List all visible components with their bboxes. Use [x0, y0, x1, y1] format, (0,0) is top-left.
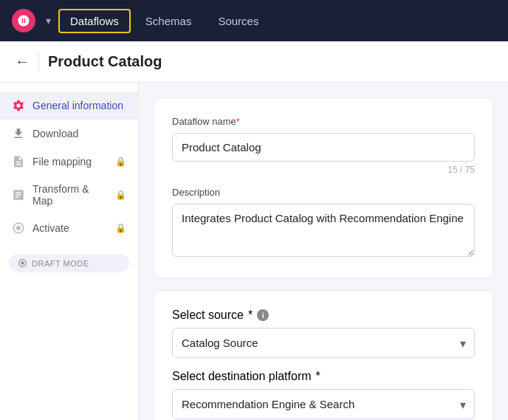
lock-icon: 🔒 — [115, 223, 126, 233]
source-label-row: Select source* i — [172, 309, 475, 322]
activate-icon — [12, 221, 25, 235]
draft-mode-label: DRAFT MODE — [32, 259, 89, 268]
nav-item-schemas[interactable]: Schemas — [134, 9, 204, 33]
logo-dropdown[interactable]: ▾ — [41, 12, 55, 30]
page-title: Product Catalog — [48, 53, 162, 70]
sidebar-item-label: Download — [32, 128, 78, 140]
description-input[interactable]: Integrates Product Catalog with Recommen… — [172, 204, 475, 257]
logo — [12, 9, 35, 32]
nav-item-sources[interactable]: Sources — [206, 9, 270, 33]
destination-field: Select destination platform* Recommendat… — [172, 370, 475, 419]
lock-icon: 🔒 — [115, 190, 126, 200]
draft-mode-badge: DRAFT MODE — [9, 254, 129, 272]
char-count: 15 / 75 — [172, 165, 475, 175]
dataflow-name-field: Dataflow name* 15 / 75 — [172, 116, 475, 175]
sidebar-item-label: General information — [32, 100, 123, 111]
sidebar: General information Download File mappin… — [0, 83, 139, 420]
description-field: Description Integrates Product Catalog w… — [172, 187, 475, 260]
back-button[interactable]: ← — [15, 53, 30, 70]
destination-label-row: Select destination platform* — [172, 370, 475, 383]
sidebar-item-activate[interactable]: Activate 🔒 — [0, 214, 138, 242]
sidebar-item-download[interactable]: Download — [0, 120, 138, 148]
required-marker: * — [236, 116, 240, 127]
lock-icon: 🔒 — [115, 156, 126, 167]
destination-select[interactable]: Recommendation Engine & Search — [172, 389, 475, 419]
sidebar-item-general-information[interactable]: General information — [0, 92, 138, 120]
sidebar-item-file-mapping[interactable]: File mapping 🔒 — [0, 148, 138, 176]
svg-point-1 — [16, 226, 21, 230]
transform-icon — [12, 188, 25, 202]
destination-select-wrapper: Recommendation Engine & Search ▾ — [172, 389, 475, 419]
sidebar-item-label: Activate — [32, 222, 69, 234]
source-select[interactable]: Catalog Source — [172, 328, 475, 358]
gear-icon — [12, 99, 25, 112]
source-select-wrapper: Catalog Source ▾ — [172, 328, 475, 358]
required-marker: * — [248, 309, 253, 322]
header-divider — [38, 52, 39, 72]
back-icon: ← — [15, 53, 30, 70]
dataflow-name-label: Dataflow name* — [172, 116, 475, 127]
dropdown-arrow-icon: ▾ — [46, 15, 51, 27]
main-content: Dataflow name* 15 / 75 Description Integ… — [139, 83, 508, 420]
sidebar-item-label: File mapping — [32, 156, 92, 168]
required-marker2: * — [316, 370, 320, 383]
info-icon[interactable]: i — [257, 309, 269, 321]
sub-header: ← Product Catalog — [0, 41, 508, 83]
general-info-card: Dataflow name* 15 / 75 Description Integ… — [154, 97, 493, 278]
description-label: Description — [172, 187, 475, 198]
source-field: Select source* i Catalog Source ▾ — [172, 309, 475, 358]
source-label: Select source — [172, 309, 244, 322]
main-layout: General information Download File mappin… — [0, 83, 508, 420]
svg-point-3 — [21, 261, 24, 264]
dataflow-name-input[interactable] — [172, 133, 475, 162]
file-icon — [12, 155, 25, 168]
nav-item-dataflows[interactable]: Dataflows — [58, 9, 131, 33]
source-destination-card: Select source* i Catalog Source ▾ Select… — [154, 290, 493, 420]
top-navigation: ▾ Dataflows Schemas Sources — [0, 0, 508, 41]
sidebar-item-transform-map[interactable]: Transform & Map 🔒 — [0, 176, 138, 214]
destination-label: Select destination platform — [172, 370, 312, 383]
download-icon — [12, 127, 25, 140]
sidebar-item-label: Transform & Map — [32, 183, 108, 207]
